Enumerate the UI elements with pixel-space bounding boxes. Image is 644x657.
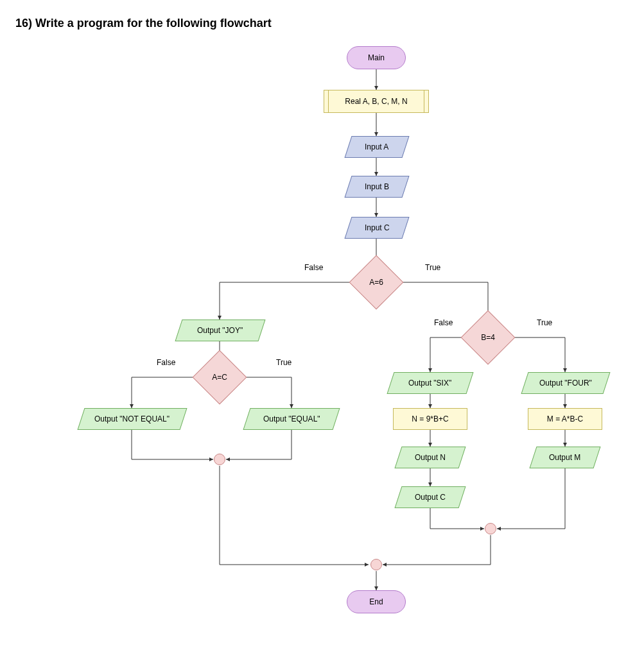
io-input-a: Input A bbox=[348, 136, 406, 158]
decision-a-eq-c-label: A=C bbox=[212, 373, 227, 382]
label-ac-true: True bbox=[276, 358, 292, 367]
terminator-main: Main bbox=[347, 46, 406, 69]
connector-3 bbox=[370, 559, 382, 570]
connector-1 bbox=[214, 454, 225, 465]
io-input-b-label: Input B bbox=[365, 182, 389, 191]
declare-rect: Real A, B, C, M, N bbox=[324, 90, 429, 113]
io-output-six: Output "SIX" bbox=[390, 372, 470, 394]
io-output-not-equal-label: Output "NOT EQUAL" bbox=[94, 414, 170, 423]
label-b4-false: False bbox=[434, 318, 453, 327]
io-output-six-label: Output "SIX" bbox=[408, 379, 451, 388]
label-a6-true: True bbox=[425, 263, 440, 272]
flowchart-arrows bbox=[0, 0, 644, 657]
io-output-four: Output "FOUR" bbox=[525, 372, 607, 394]
io-output-n: Output N bbox=[398, 447, 462, 468]
io-output-joy: Output "JOY" bbox=[178, 320, 262, 341]
io-output-not-equal: Output "NOT EQUAL" bbox=[81, 408, 184, 430]
decision-a-eq-6: A=6 bbox=[357, 263, 396, 302]
io-output-joy-label: Output "JOY" bbox=[197, 326, 243, 335]
decision-b-eq-4-label: B=4 bbox=[481, 333, 495, 342]
terminator-end: End bbox=[347, 590, 406, 613]
decision-a-eq-6-label: A=6 bbox=[369, 278, 383, 287]
io-input-c: Input C bbox=[348, 217, 406, 239]
decision-b-eq-4: B=4 bbox=[469, 318, 507, 357]
io-output-n-label: Output N bbox=[415, 453, 446, 462]
process-n-label: N = 9*B+C bbox=[412, 414, 448, 423]
connector-2 bbox=[485, 523, 496, 534]
declare-inner: Real A, B, C, M, N bbox=[328, 90, 424, 112]
io-output-m: Output M bbox=[533, 447, 597, 468]
io-output-four-label: Output "FOUR" bbox=[539, 379, 592, 388]
process-m-label: M = A*B-C bbox=[547, 414, 583, 423]
label-b4-true: True bbox=[537, 318, 552, 327]
io-output-equal: Output "EQUAL" bbox=[247, 408, 336, 430]
io-output-c: Output C bbox=[398, 486, 462, 508]
terminator-main-label: Main bbox=[368, 53, 385, 62]
io-input-b: Input B bbox=[348, 176, 406, 198]
label-ac-false: False bbox=[157, 358, 175, 367]
terminator-end-label: End bbox=[369, 597, 383, 606]
io-output-m-label: Output M bbox=[549, 453, 580, 462]
process-n: N = 9*B+C bbox=[393, 408, 467, 430]
label-a6-false: False bbox=[304, 263, 323, 272]
decision-a-eq-c: A=C bbox=[200, 358, 239, 397]
process-m: M = A*B-C bbox=[528, 408, 602, 430]
declare-label: Real A, B, C, M, N bbox=[345, 97, 407, 106]
io-output-equal-label: Output "EQUAL" bbox=[263, 414, 320, 423]
io-output-c-label: Output C bbox=[415, 493, 446, 502]
io-input-a-label: Input A bbox=[365, 142, 388, 151]
io-input-c-label: Input C bbox=[365, 223, 390, 232]
question-text: 16) Write a program for the following fl… bbox=[15, 17, 272, 30]
